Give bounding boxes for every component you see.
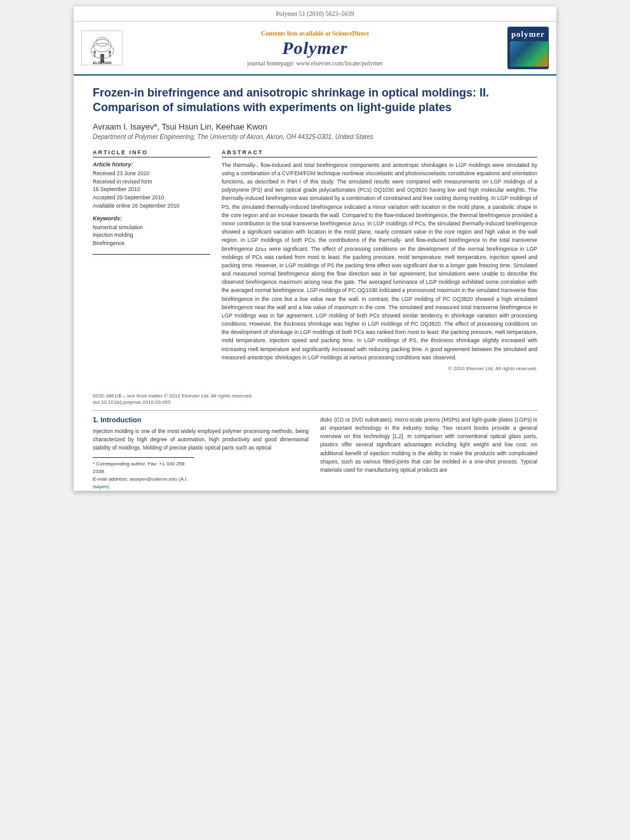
badge-title-text: polymer — [510, 29, 546, 39]
corresponding-author: * Corresponding author. Fax: +1 330 258 … — [93, 460, 194, 476]
abstract-text: The thermally-, flow-induced and total b… — [222, 161, 537, 362]
intro-left-column: 1. Introduction Injection molding is one… — [93, 416, 309, 491]
sciencedirect-label: Contents lists available at ScienceDirec… — [129, 30, 501, 37]
svg-point-6 — [109, 51, 111, 53]
copyright-text: © 2010 Elsevier Ltd. All rights reserved… — [222, 366, 537, 371]
journal-header: ELSEVIER Contents lists available at Sci… — [74, 22, 556, 76]
email-line: E-mail address: aisayev@uakron.edu (A.I.… — [93, 476, 194, 491]
doi-line: doi:10.1016/j.polymer.2010.09.055 — [93, 399, 537, 405]
article-title: Frozen-in birefringence and anisotropic … — [93, 86, 537, 116]
intro-heading: 1. Introduction — [93, 416, 309, 423]
article-content: Frozen-in birefringence and anisotropic … — [74, 76, 556, 393]
badge-cover-image — [510, 41, 548, 67]
issn-line: 0032-3861/$ – see front matter © 2010 El… — [93, 393, 537, 399]
section-divider — [93, 410, 537, 411]
polymer-badge: polymer — [507, 27, 549, 69]
two-column-layout: ARTICLE INFO Article history: Received 2… — [93, 149, 537, 371]
journal-homepage: journal homepage: www.elsevier.com/locat… — [129, 60, 501, 67]
journal-banner: Polymer 51 (2010) 5623–5639 — [74, 6, 556, 22]
introduction-section: 1. Introduction Injection molding is one… — [74, 416, 556, 491]
abstract-column: ABSTRACT The thermally-, flow-induced an… — [222, 149, 537, 371]
affiliation-text: Department of Polymer Engineering, The U… — [93, 133, 537, 140]
intro-right-column: disks (CD or DVD substrates), micro-scal… — [320, 416, 537, 491]
sciencedirect-name[interactable]: ScienceDirect — [332, 30, 369, 37]
history-label: Article history: — [93, 161, 210, 168]
authors-line: Avraam I. Isayev*, Tsui Hsun Lin, Keehae… — [93, 122, 537, 131]
received-date: Received 23 June 2010 Received in revise… — [93, 170, 210, 210]
intro-left-text: Injection molding is one of the most wid… — [93, 427, 309, 453]
elsevier-logo: ELSEVIER — [81, 30, 123, 65]
keywords-list: Numerical simulation Injection molding B… — [93, 223, 210, 248]
keywords-label: Keywords: — [93, 215, 210, 222]
article-info-column: ARTICLE INFO Article history: Received 2… — [93, 149, 210, 371]
authors-text: Avraam I. Isayev*, Tsui Hsun Lin, Keehae… — [93, 122, 267, 131]
journal-title: Polymer — [129, 38, 501, 58]
svg-point-5 — [93, 51, 96, 53]
info-divider — [93, 254, 210, 255]
intro-right-text: disks (CD or DVD substrates), micro-scal… — [320, 416, 537, 474]
abstract-title: ABSTRACT — [222, 149, 537, 157]
article-info-title: ARTICLE INFO — [93, 149, 210, 157]
page: Polymer 51 (2010) 5623–5639 ELSEVIER — [74, 6, 556, 491]
doi-text: Polymer 51 (2010) 5623–5639 — [276, 10, 354, 17]
article-footer: 0032-3861/$ – see front matter © 2010 El… — [74, 393, 556, 405]
journal-info-center: Contents lists available at ScienceDirec… — [129, 30, 501, 67]
footnote-section: * Corresponding author. Fax: +1 330 258 … — [93, 457, 194, 491]
svg-text:ELSEVIER: ELSEVIER — [93, 61, 112, 65]
